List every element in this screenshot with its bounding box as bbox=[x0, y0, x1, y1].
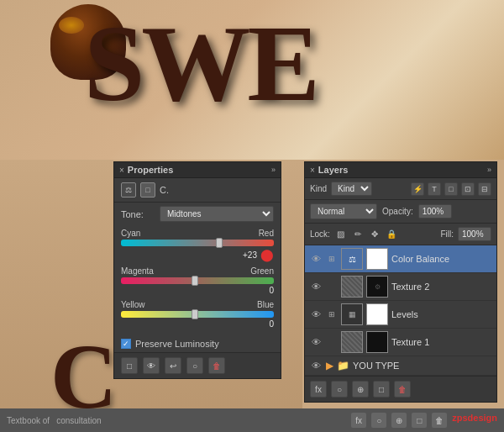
yellow-blue-labels: Yellow Blue bbox=[121, 300, 274, 309]
opacity-input[interactable] bbox=[418, 204, 452, 219]
magenta-green-track[interactable] bbox=[121, 277, 274, 284]
filter-shape-icon[interactable]: □ bbox=[444, 182, 458, 196]
sliders-section: Cyan Red +23 ⬤ Magenta Green 0 bbox=[114, 225, 281, 335]
layer-item-texture1[interactable]: 👁 Texture 1 bbox=[305, 329, 496, 356]
fill-label: Fill: bbox=[440, 229, 454, 239]
cyan-red-value-row: +23 ⬤ bbox=[121, 248, 274, 261]
magenta-green-labels: Magenta Green bbox=[121, 266, 274, 276]
tone-select[interactable]: Midtones bbox=[160, 206, 274, 222]
bottom-bar-consultation: consultation bbox=[56, 416, 101, 425]
bottom-icon-5[interactable]: 🗑 bbox=[432, 413, 447, 428]
bottom-icon-3[interactable]: ⊕ bbox=[391, 413, 407, 428]
fill-input[interactable] bbox=[458, 227, 491, 241]
lock-move-icon[interactable]: ✥ bbox=[368, 228, 381, 241]
tone-label: Tone: bbox=[121, 209, 155, 219]
kind-label: Kind bbox=[310, 184, 327, 193]
layer-thumb-color-balance: ⚖ bbox=[341, 248, 363, 270]
properties-collapse-button[interactable]: » bbox=[271, 166, 276, 174]
layers-kind-row: Kind Kind ⚡ T □ ⊡ ⊟ bbox=[305, 178, 496, 200]
yellow-label: Yellow bbox=[121, 300, 145, 309]
layer-link-icon-2 bbox=[326, 281, 338, 292]
layer-visibility-group[interactable]: 👁 bbox=[309, 359, 323, 372]
layers-close-button[interactable]: × bbox=[310, 166, 315, 175]
yellow-blue-thumb[interactable] bbox=[192, 309, 198, 319]
layer-thumb-texture2 bbox=[341, 276, 363, 298]
layers-footer-delete[interactable]: 🗑 bbox=[394, 381, 411, 398]
layer-name-texture1: Texture 1 bbox=[391, 337, 492, 347]
preserve-luminosity-checkbox[interactable]: ✓ bbox=[121, 339, 131, 349]
lock-icons-group: ▨ ✏ ✥ 🔒 bbox=[334, 228, 398, 241]
bottom-icon-2[interactable]: ○ bbox=[371, 413, 386, 428]
layer-name-you-type: YOU TYPE bbox=[353, 361, 492, 371]
preserve-luminosity-row: ✓ Preserve Luminosity bbox=[114, 335, 281, 352]
cyan-red-track[interactable] bbox=[121, 240, 274, 246]
properties-footer-icon2[interactable]: 👁 bbox=[143, 357, 160, 374]
cyan-red-value: +23 bbox=[237, 250, 257, 260]
yellow-blue-value-row: 0 bbox=[121, 319, 274, 329]
layer-link-icon-3: ⊞ bbox=[326, 308, 338, 320]
magenta-green-slider-row: Magenta Green 0 bbox=[121, 266, 274, 295]
bottom-icon-4[interactable]: □ bbox=[412, 413, 427, 428]
layer-visibility-icon-3[interactable]: 👁 bbox=[309, 308, 323, 321]
magenta-green-value: 0 bbox=[254, 286, 274, 295]
cyan-label: Cyan bbox=[121, 229, 140, 238]
layer-group-you-type[interactable]: 👁 ▶ 📁 YOU TYPE bbox=[305, 356, 496, 376]
checkmark-icon: ✓ bbox=[123, 340, 129, 348]
magenta-label: Magenta bbox=[121, 266, 154, 276]
green-label: Green bbox=[250, 266, 274, 276]
canvas-background: SWE bbox=[0, 0, 504, 160]
yellow-blue-track[interactable] bbox=[121, 311, 274, 318]
layers-footer-fx[interactable]: fx bbox=[310, 381, 327, 398]
properties-footer-icon4[interactable]: ○ bbox=[186, 357, 203, 374]
layer-visibility-icon-1[interactable]: 👁 bbox=[309, 252, 323, 266]
filter-type-icon[interactable]: T bbox=[428, 182, 441, 196]
properties-close-button[interactable]: × bbox=[119, 166, 124, 175]
filter-pixel-icon[interactable]: ⚡ bbox=[411, 182, 424, 196]
properties-footer-icon1[interactable]: □ bbox=[121, 357, 138, 374]
red-label: Red bbox=[259, 229, 274, 238]
lock-paint-icon[interactable]: ✏ bbox=[351, 228, 365, 241]
layers-panel: × Layers » Kind Kind ⚡ T □ ⊡ ⊟ Normal Op… bbox=[304, 161, 497, 403]
layer-name-levels: Levels bbox=[391, 309, 492, 319]
blend-mode-select[interactable]: Normal bbox=[310, 203, 377, 219]
layers-footer-new-fill[interactable]: ○ bbox=[331, 381, 348, 398]
properties-footer-icon3[interactable]: ↩ bbox=[165, 357, 181, 374]
filter-adjustment-icon[interactable]: ⊟ bbox=[478, 182, 491, 196]
cyan-red-thumb[interactable] bbox=[216, 238, 223, 248]
layers-footer-new-layer[interactable]: □ bbox=[373, 381, 390, 398]
layer-link-icon-4 bbox=[326, 336, 338, 348]
properties-titlebar: × Properties » bbox=[114, 162, 281, 178]
filter-smart-icon[interactable]: ⊡ bbox=[461, 182, 475, 196]
layer-item-color-balance[interactable]: 👁 ⊞ ⚖ Color Balance bbox=[305, 245, 496, 273]
layer-item-texture2[interactable]: 👁 ⚙ Texture 2 bbox=[305, 273, 496, 301]
layers-footer-new-group[interactable]: ⊕ bbox=[352, 381, 369, 398]
blue-label: Blue bbox=[257, 300, 274, 309]
mask-icon: □ bbox=[140, 182, 155, 198]
layers-filter-icons: ⚡ T □ ⊡ ⊟ bbox=[411, 182, 491, 196]
layer-thumb-levels: ▦ bbox=[341, 303, 363, 325]
yellow-blue-value: 0 bbox=[254, 319, 274, 329]
adjustment-icon: ⚖ bbox=[121, 182, 136, 198]
lock-all-icon[interactable]: 🔒 bbox=[385, 228, 398, 241]
opacity-label: Opacity: bbox=[382, 207, 413, 216]
properties-layer-header: ⚖ □ C. bbox=[114, 178, 281, 203]
lock-label: Lock: bbox=[310, 229, 330, 239]
properties-title-group: × Properties bbox=[119, 165, 173, 175]
layer-visibility-icon-2[interactable]: 👁 bbox=[309, 280, 323, 293]
properties-footer-delete[interactable]: 🗑 bbox=[208, 357, 225, 374]
kind-select[interactable]: Kind bbox=[331, 182, 372, 196]
layers-collapse-button[interactable]: » bbox=[487, 166, 491, 174]
folder-icon: ▶ bbox=[326, 360, 333, 371]
sweets-text: SWE bbox=[84, 8, 317, 118]
bottom-icon-1[interactable]: fx bbox=[351, 413, 366, 428]
lock-transparent-icon[interactable]: ▨ bbox=[334, 228, 348, 241]
properties-layer-name: C. bbox=[160, 185, 169, 195]
cyan-red-labels: Cyan Red bbox=[121, 229, 274, 238]
magenta-green-thumb[interactable] bbox=[192, 276, 198, 286]
red-arrow-indicator: ⬤ bbox=[260, 248, 274, 261]
tone-row: Tone: Midtones bbox=[114, 203, 281, 225]
zpsdesign-logo: zpsdesign bbox=[452, 413, 497, 428]
layer-item-levels[interactable]: 👁 ⊞ ▦ Levels bbox=[305, 301, 496, 329]
layer-mask-texture1 bbox=[366, 331, 388, 353]
layer-visibility-icon-4[interactable]: 👁 bbox=[309, 335, 323, 349]
